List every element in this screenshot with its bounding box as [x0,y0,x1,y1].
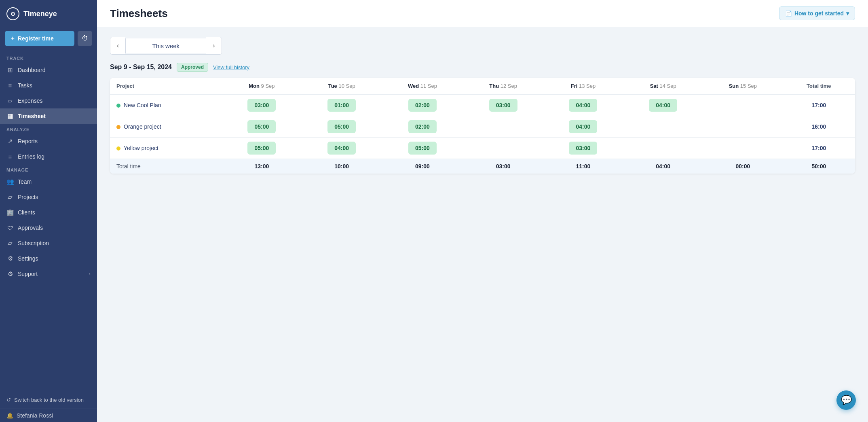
timer-button[interactable]: ⏱ [78,31,92,46]
subscription-icon: ▱ [6,240,14,247]
time-value[interactable]: 05:00 [247,120,276,133]
notifications-row[interactable]: 🔔 Stefania Rossi [0,409,97,422]
sidebar-item-label: Reports [18,138,38,144]
manage-section-label: MANAGE [0,164,97,174]
switch-icon: ↺ [6,397,11,403]
sidebar-item-expenses[interactable]: ▱ Expenses [0,93,97,108]
sidebar-item-label: Timesheet [18,113,46,119]
sidebar-item-timesheet[interactable]: ▦ Timesheet [0,108,97,124]
time-value[interactable]: 04:00 [327,142,356,155]
book-icon: 📄 [785,10,792,17]
sidebar-item-dashboard[interactable]: ⊞ Dashboard [0,62,97,78]
wed-cell[interactable]: 05:00 [382,138,463,159]
time-value[interactable]: 03:00 [489,99,517,112]
projects-icon: ▱ [6,193,14,201]
tue-cell[interactable]: 05:00 [302,116,382,138]
project-dot [116,125,120,129]
sidebar-item-subscription[interactable]: ▱ Subscription [0,235,97,251]
time-value[interactable]: 05:00 [327,120,356,133]
sat-cell[interactable] [623,116,703,138]
thu-cell[interactable] [463,138,543,159]
time-value[interactable]: 02:00 [408,120,437,133]
time-value[interactable]: 01:00 [327,99,356,112]
thu-cell[interactable] [463,116,543,138]
view-full-history-link[interactable]: View full history [213,64,249,70]
time-value[interactable]: 02:00 [408,99,437,112]
sidebar-item-label: Clients [18,209,35,216]
mon-column-header: Mon 9 Sep [222,78,302,94]
entries-log-icon: ≡ [6,153,14,160]
support-icon: ⚙ [6,270,14,278]
total-label: Total time [110,159,222,174]
fri-cell[interactable]: 03:00 [543,138,623,159]
total-row: Total time13:0010:0009:0003:0011:0004:00… [110,159,855,174]
sidebar-item-projects[interactable]: ▱ Projects [0,189,97,205]
time-value[interactable]: 04:00 [569,120,597,133]
how-to-button[interactable]: 📄 How to get started ▾ [779,6,855,20]
chevron-down-icon: ▾ [846,10,849,17]
sat-cell[interactable]: 04:00 [623,94,703,116]
fri-cell[interactable]: 04:00 [543,116,623,138]
sidebar-item-team[interactable]: 👥 Team [0,174,97,189]
time-value[interactable]: 04:00 [649,99,677,112]
tue-cell[interactable]: 04:00 [302,138,382,159]
row-total: 16:00 [783,116,855,138]
sidebar-item-support[interactable]: ⚙ Support › [0,266,97,282]
app-name: Timeneye [23,10,57,18]
timesheet-table: Project Mon 9 Sep Tue 10 Sep Wed 11 Sep [110,78,855,174]
project-cell: Yellow project [110,138,222,159]
sun-cell[interactable] [703,94,783,116]
sidebar-item-label: Subscription [18,240,49,246]
sidebar-item-settings[interactable]: ⚙ Settings [0,251,97,266]
mon-cell[interactable]: 05:00 [222,116,302,138]
sidebar-item-label: Settings [18,255,38,262]
chat-button[interactable]: 💬 [836,390,856,410]
sidebar-actions: ＋ Register time ⏱ [0,28,97,53]
thu-cell[interactable]: 03:00 [463,94,543,116]
time-value[interactable]: 05:00 [247,142,276,155]
sidebar-item-label: Dashboard [18,67,46,73]
mon-cell[interactable]: 05:00 [222,138,302,159]
tue-cell[interactable]: 01:00 [302,94,382,116]
register-time-button[interactable]: ＋ Register time [5,31,74,46]
sidebar: ⊙ Timeneye ＋ Register time ⏱ TRACK ⊞ Das… [0,0,97,422]
total-tue: 10:00 [302,159,382,174]
sidebar-item-reports[interactable]: ↗ Reports [0,134,97,149]
time-value[interactable]: 03:00 [569,142,597,155]
project-dot [116,146,120,151]
time-value[interactable]: 04:00 [569,99,597,112]
wed-cell[interactable]: 02:00 [382,94,463,116]
sun-cell[interactable] [703,116,783,138]
time-value[interactable]: 05:00 [408,142,437,155]
next-week-button[interactable]: › [206,37,221,54]
sidebar-item-label: Expenses [18,98,42,104]
tasks-icon: ≡ [6,82,14,89]
app-logo[interactable]: ⊙ Timeneye [0,0,97,28]
sidebar-item-tasks[interactable]: ≡ Tasks [0,78,97,93]
sidebar-item-clients[interactable]: 🏢 Clients [0,205,97,220]
approved-badge: Approved [177,63,208,72]
fri-cell[interactable]: 04:00 [543,94,623,116]
sat-cell[interactable] [623,138,703,159]
settings-icon: ⚙ [6,255,14,262]
sidebar-item-approvals[interactable]: 🛡 Approvals [0,220,97,235]
sidebar-item-entries-log[interactable]: ≡ Entries log [0,149,97,164]
time-value[interactable]: 03:00 [247,99,276,112]
track-section-label: TRACK [0,53,97,62]
wed-cell[interactable]: 02:00 [382,116,463,138]
total-fri: 11:00 [543,159,623,174]
project-name: Orange project [124,123,161,130]
sun-cell[interactable] [703,138,783,159]
prev-week-button[interactable]: ‹ [110,37,125,54]
table-row: New Cool Plan03:0001:0002:0003:0004:0004… [110,94,855,116]
mon-cell[interactable]: 03:00 [222,94,302,116]
switch-old-version-button[interactable]: ↺ Switch back to the old version [0,391,97,409]
fri-column-header: Fri 13 Sep [543,78,623,94]
plus-icon: ＋ [10,35,15,42]
thu-column-header: Thu 12 Sep [463,78,543,94]
table-row: Yellow project05:0004:0005:0003:0017:00 [110,138,855,159]
project-name: Yellow project [124,145,158,151]
dashboard-icon: ⊞ [6,66,14,74]
project-cell: New Cool Plan [110,94,222,116]
sat-column-header: Sat 14 Sep [623,78,703,94]
